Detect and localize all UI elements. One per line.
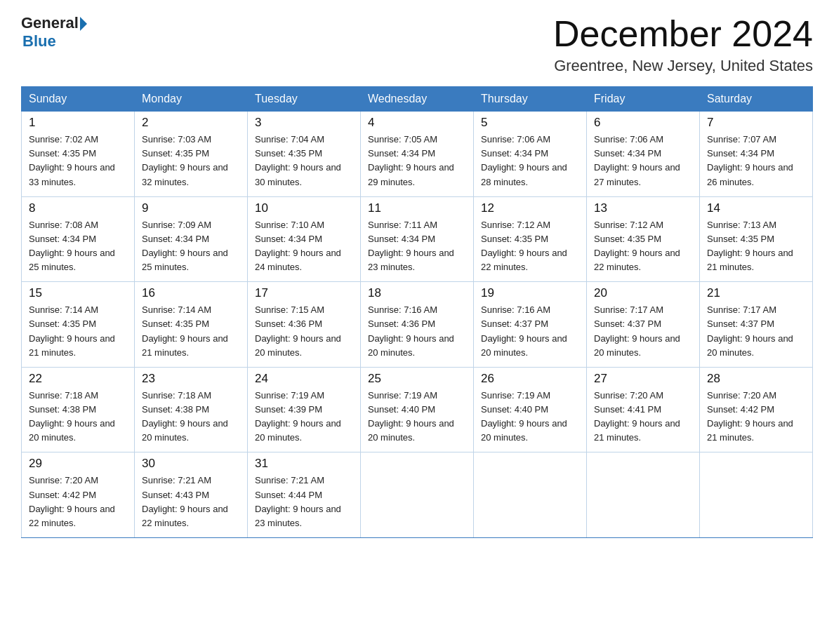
- day-number: 27: [594, 372, 692, 386]
- day-info: Sunrise: 7:17 AMSunset: 4:37 PMDaylight:…: [707, 304, 793, 357]
- day-number: 15: [29, 286, 127, 300]
- day-info: Sunrise: 7:16 AMSunset: 4:36 PMDaylight:…: [368, 304, 454, 357]
- calendar-week-row: 8 Sunrise: 7:08 AMSunset: 4:34 PMDayligh…: [22, 196, 813, 282]
- calendar-cell: 31 Sunrise: 7:21 AMSunset: 4:44 PMDaylig…: [248, 452, 361, 538]
- day-info: Sunrise: 7:06 AMSunset: 4:34 PMDaylight:…: [481, 134, 567, 187]
- day-info: Sunrise: 7:15 AMSunset: 4:36 PMDaylight:…: [255, 304, 341, 357]
- day-info: Sunrise: 7:12 AMSunset: 4:35 PMDaylight:…: [594, 220, 680, 272]
- day-number: 31: [255, 457, 353, 471]
- calendar-cell: 30 Sunrise: 7:21 AMSunset: 4:43 PMDaylig…: [135, 452, 248, 538]
- calendar-cell: 14 Sunrise: 7:13 AMSunset: 4:35 PMDaylig…: [700, 196, 813, 282]
- calendar-dow-tuesday: Tuesday: [248, 87, 361, 112]
- calendar-cell: 7 Sunrise: 7:07 AMSunset: 4:34 PMDayligh…: [700, 112, 813, 197]
- calendar-cell: 5 Sunrise: 7:06 AMSunset: 4:34 PMDayligh…: [474, 112, 587, 197]
- day-number: 19: [481, 286, 579, 300]
- day-info: Sunrise: 7:03 AMSunset: 4:35 PMDaylight:…: [142, 134, 228, 187]
- calendar-week-row: 15 Sunrise: 7:14 AMSunset: 4:35 PMDaylig…: [22, 282, 813, 368]
- day-number: 22: [29, 372, 127, 386]
- day-number: 3: [255, 116, 353, 130]
- day-number: 23: [142, 372, 240, 386]
- day-number: 16: [142, 286, 240, 300]
- location-title: Greentree, New Jersey, United States: [553, 57, 813, 75]
- day-number: 10: [255, 201, 353, 215]
- day-info: Sunrise: 7:07 AMSunset: 4:34 PMDaylight:…: [707, 134, 793, 187]
- day-info: Sunrise: 7:04 AMSunset: 4:35 PMDaylight:…: [255, 134, 341, 187]
- calendar-week-row: 29 Sunrise: 7:20 AMSunset: 4:42 PMDaylig…: [22, 452, 813, 538]
- day-info: Sunrise: 7:14 AMSunset: 4:35 PMDaylight:…: [142, 304, 228, 357]
- calendar-cell: 6 Sunrise: 7:06 AMSunset: 4:34 PMDayligh…: [587, 112, 700, 197]
- calendar-dow-thursday: Thursday: [474, 87, 587, 112]
- calendar-dow-saturday: Saturday: [700, 87, 813, 112]
- day-number: 6: [594, 116, 692, 130]
- day-info: Sunrise: 7:20 AMSunset: 4:41 PMDaylight:…: [594, 390, 680, 443]
- day-number: 30: [142, 457, 240, 471]
- calendar-cell: [474, 452, 587, 538]
- day-info: Sunrise: 7:21 AMSunset: 4:44 PMDaylight:…: [255, 475, 341, 528]
- calendar-cell: 25 Sunrise: 7:19 AMSunset: 4:40 PMDaylig…: [361, 367, 474, 452]
- day-number: 1: [29, 116, 127, 130]
- calendar-dow-sunday: Sunday: [22, 87, 135, 112]
- calendar-cell: 9 Sunrise: 7:09 AMSunset: 4:34 PMDayligh…: [135, 196, 248, 282]
- page-header: General Blue December 2024 Greentree, Ne…: [21, 14, 813, 75]
- month-title: December 2024: [553, 14, 813, 54]
- day-info: Sunrise: 7:14 AMSunset: 4:35 PMDaylight:…: [29, 304, 115, 357]
- day-info: Sunrise: 7:19 AMSunset: 4:39 PMDaylight:…: [255, 390, 341, 443]
- day-number: 12: [481, 201, 579, 215]
- day-info: Sunrise: 7:09 AMSunset: 4:34 PMDaylight:…: [142, 220, 228, 272]
- calendar-cell: 10 Sunrise: 7:10 AMSunset: 4:34 PMDaylig…: [248, 196, 361, 282]
- day-number: 29: [29, 457, 127, 471]
- day-info: Sunrise: 7:10 AMSunset: 4:34 PMDaylight:…: [255, 220, 341, 272]
- calendar-cell: 23 Sunrise: 7:18 AMSunset: 4:38 PMDaylig…: [135, 367, 248, 452]
- calendar-cell: 29 Sunrise: 7:20 AMSunset: 4:42 PMDaylig…: [22, 452, 135, 538]
- day-number: 13: [594, 201, 692, 215]
- calendar-cell: 2 Sunrise: 7:03 AMSunset: 4:35 PMDayligh…: [135, 112, 248, 197]
- day-info: Sunrise: 7:13 AMSunset: 4:35 PMDaylight:…: [707, 220, 793, 272]
- calendar-cell: 11 Sunrise: 7:11 AMSunset: 4:34 PMDaylig…: [361, 196, 474, 282]
- day-info: Sunrise: 7:20 AMSunset: 4:42 PMDaylight:…: [707, 390, 793, 443]
- calendar-cell: 15 Sunrise: 7:14 AMSunset: 4:35 PMDaylig…: [22, 282, 135, 368]
- day-number: 28: [707, 372, 805, 386]
- day-number: 17: [255, 286, 353, 300]
- calendar-cell: [361, 452, 474, 538]
- logo-general: General: [21, 14, 79, 32]
- day-info: Sunrise: 7:19 AMSunset: 4:40 PMDaylight:…: [368, 390, 454, 443]
- day-number: 25: [368, 372, 466, 386]
- calendar-cell: 3 Sunrise: 7:04 AMSunset: 4:35 PMDayligh…: [248, 112, 361, 197]
- day-number: 18: [368, 286, 466, 300]
- calendar-dow-wednesday: Wednesday: [361, 87, 474, 112]
- day-number: 5: [481, 116, 579, 130]
- calendar-cell: [700, 452, 813, 538]
- calendar-cell: 27 Sunrise: 7:20 AMSunset: 4:41 PMDaylig…: [587, 367, 700, 452]
- calendar-cell: 19 Sunrise: 7:16 AMSunset: 4:37 PMDaylig…: [474, 282, 587, 368]
- day-info: Sunrise: 7:12 AMSunset: 4:35 PMDaylight:…: [481, 220, 567, 272]
- calendar-dow-monday: Monday: [135, 87, 248, 112]
- day-number: 9: [142, 201, 240, 215]
- day-info: Sunrise: 7:18 AMSunset: 4:38 PMDaylight:…: [142, 390, 228, 443]
- calendar-cell: 24 Sunrise: 7:19 AMSunset: 4:39 PMDaylig…: [248, 367, 361, 452]
- calendar-cell: 22 Sunrise: 7:18 AMSunset: 4:38 PMDaylig…: [22, 367, 135, 452]
- calendar-dow-friday: Friday: [587, 87, 700, 112]
- day-number: 21: [707, 286, 805, 300]
- calendar-week-row: 1 Sunrise: 7:02 AMSunset: 4:35 PMDayligh…: [22, 112, 813, 197]
- day-info: Sunrise: 7:20 AMSunset: 4:42 PMDaylight:…: [29, 475, 115, 528]
- calendar-cell: 8 Sunrise: 7:08 AMSunset: 4:34 PMDayligh…: [22, 196, 135, 282]
- calendar-cell: 18 Sunrise: 7:16 AMSunset: 4:36 PMDaylig…: [361, 282, 474, 368]
- calendar-cell: 16 Sunrise: 7:14 AMSunset: 4:35 PMDaylig…: [135, 282, 248, 368]
- day-info: Sunrise: 7:02 AMSunset: 4:35 PMDaylight:…: [29, 134, 115, 187]
- calendar-cell: 17 Sunrise: 7:15 AMSunset: 4:36 PMDaylig…: [248, 282, 361, 368]
- day-number: 14: [707, 201, 805, 215]
- day-number: 7: [707, 116, 805, 130]
- logo-arrow-icon: [80, 17, 87, 31]
- day-number: 20: [594, 286, 692, 300]
- day-number: 8: [29, 201, 127, 215]
- calendar-cell: 12 Sunrise: 7:12 AMSunset: 4:35 PMDaylig…: [474, 196, 587, 282]
- day-info: Sunrise: 7:16 AMSunset: 4:37 PMDaylight:…: [481, 304, 567, 357]
- calendar-cell: 21 Sunrise: 7:17 AMSunset: 4:37 PMDaylig…: [700, 282, 813, 368]
- logo-blue-text: Blue: [21, 32, 87, 51]
- calendar-cell: 1 Sunrise: 7:02 AMSunset: 4:35 PMDayligh…: [22, 112, 135, 197]
- day-info: Sunrise: 7:06 AMSunset: 4:34 PMDaylight:…: [594, 134, 680, 187]
- day-info: Sunrise: 7:17 AMSunset: 4:37 PMDaylight:…: [594, 304, 680, 357]
- calendar-week-row: 22 Sunrise: 7:18 AMSunset: 4:38 PMDaylig…: [22, 367, 813, 452]
- calendar-cell: [587, 452, 700, 538]
- day-info: Sunrise: 7:11 AMSunset: 4:34 PMDaylight:…: [368, 220, 454, 272]
